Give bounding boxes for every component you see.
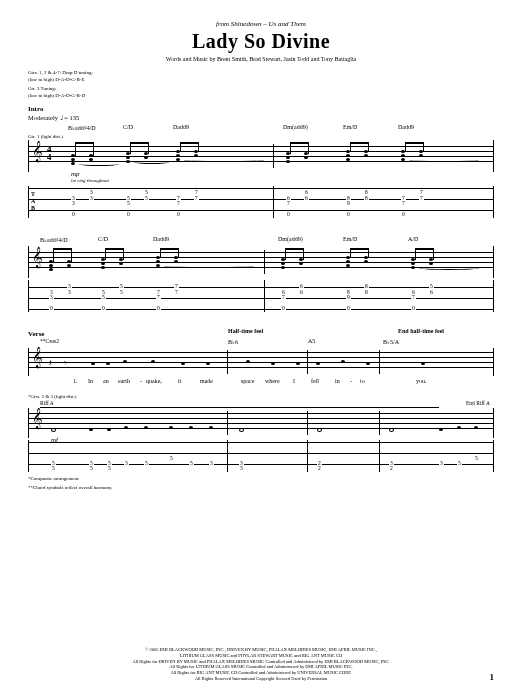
chord: Dm(add9) <box>278 236 303 242</box>
chord: Dadd9 <box>153 236 169 242</box>
chord: B♭6 <box>228 338 238 345</box>
chord: C/D <box>98 236 108 242</box>
tab-staff-2: 330 33 550 55 770 77 670 66 890 88 670 5… <box>28 280 494 312</box>
chord: Dm(add9) <box>283 124 308 130</box>
tuning-line-4: (low to high) D-A-D-G-B-D <box>28 93 494 100</box>
page-number: 1 <box>490 672 495 682</box>
lyrics: 1. In an earth - quake, it made space wh… <box>28 378 494 388</box>
treble-clef-icon: 𝄞 <box>32 348 43 366</box>
guitar-tab-verse: 55 55 55 3 5 5 5 3 33 22 32 3 5 5 <box>28 440 494 472</box>
barline <box>273 144 274 168</box>
tempo-marking: Moderately ♩ = 135 <box>28 114 494 122</box>
verse-system: Verse **Csus2 B♭6 A5 B♭5/A Half-time fee… <box>28 330 494 490</box>
chord-row-2: B♭add♯4/D C/D Dadd9 Dm(add9) Em/D A/D <box>28 236 494 246</box>
treble-clef-icon: 𝄞 <box>32 248 43 266</box>
chord: A5 <box>308 338 315 344</box>
chord-row-1: B♭add♯4/D C/D Dadd9 Dm(add9) Em/D Dadd9 <box>28 124 494 134</box>
tab-staff-1: T A B 330 33 550 55 770 77 670 66 890 88… <box>28 186 494 218</box>
half-time-feel: Half-time feel <box>228 328 263 334</box>
chord: C/D <box>123 124 133 130</box>
notation-staff-1: 𝄞 44 mp let ring throughout <box>28 140 494 172</box>
end-half-time-feel: End half-time feel <box>398 328 444 334</box>
gtr-label-2: *Gtrs. 2 & 3 (light dist.) <box>28 394 494 399</box>
guitar-staff-verse: 𝄞 mf <box>28 408 494 438</box>
credits: Words and Music by Brent Smith, Brad Ste… <box>28 56 494 62</box>
copyright-line: All Rights Reserved International Copyri… <box>28 676 494 682</box>
chord: B♭add♯4/D <box>68 124 96 131</box>
barline <box>307 350 308 374</box>
barline <box>379 350 380 374</box>
chord: **Csus2 <box>40 338 46 344</box>
chord: Em/D <box>343 236 357 242</box>
tab-label: T A B <box>31 191 35 212</box>
tuning-block: Gtrs. 1, 2 & 4-7: Drop D tuning: (low to… <box>28 70 494 99</box>
copyright-footer: © 2005 EMI BLACKWOOD MUSIC, INC., DRIVEN… <box>28 647 494 682</box>
footnote-2: **Chord symbols reflect overall harmony. <box>28 485 494 490</box>
lyric-num: 1. <box>73 378 78 384</box>
treble-clef-icon: 𝄞 <box>32 409 43 427</box>
riff-end: End Riff A <box>466 400 490 406</box>
vocal-staff: 𝄞 𝄽 𝄾 <box>28 348 494 376</box>
chord: B♭add♯4/D <box>40 236 68 243</box>
chord: Dadd9 <box>398 124 414 130</box>
treble-clef-icon: 𝄞 <box>32 142 43 160</box>
riff-label: Riff A <box>40 400 54 406</box>
notation-staff-2: 𝄞 <box>28 246 494 278</box>
dynamic-mp: mp <box>71 170 80 178</box>
barline <box>227 350 228 374</box>
verse-chord-row: **Csus2 B♭6 A5 B♭5/A Half-time feel End … <box>28 338 494 348</box>
barline <box>264 250 265 274</box>
source-prefix: from Shinedown – <box>216 20 268 28</box>
song-title: Lady So Divine <box>28 30 494 53</box>
chord: B♭5/A <box>383 338 399 345</box>
intro-label: Intro <box>28 105 494 113</box>
gtr-label: Gtr. 1 (light dist.) <box>28 134 494 139</box>
source-line: from Shinedown – Us and Them <box>28 20 494 28</box>
footnote-1: *Composite arrangement <box>28 476 494 481</box>
let-ring: let ring throughout <box>71 178 109 183</box>
chord: Dadd9 <box>173 124 189 130</box>
sheet-header: from Shinedown – Us and Them Lady So Div… <box>28 20 494 62</box>
chord: Em/D <box>343 124 357 130</box>
intro-heading: Intro Moderately ♩ = 135 <box>28 105 494 122</box>
chord: A/D <box>408 236 418 242</box>
system-2: B♭add♯4/D C/D Dadd9 Dm(add9) Em/D A/D 𝄞 … <box>28 236 494 312</box>
album-name: Us and Them <box>269 20 306 28</box>
time-signature: 44 <box>47 145 52 161</box>
system-1: B♭add♯4/D C/D Dadd9 Dm(add9) Em/D Dadd9 … <box>28 124 494 218</box>
